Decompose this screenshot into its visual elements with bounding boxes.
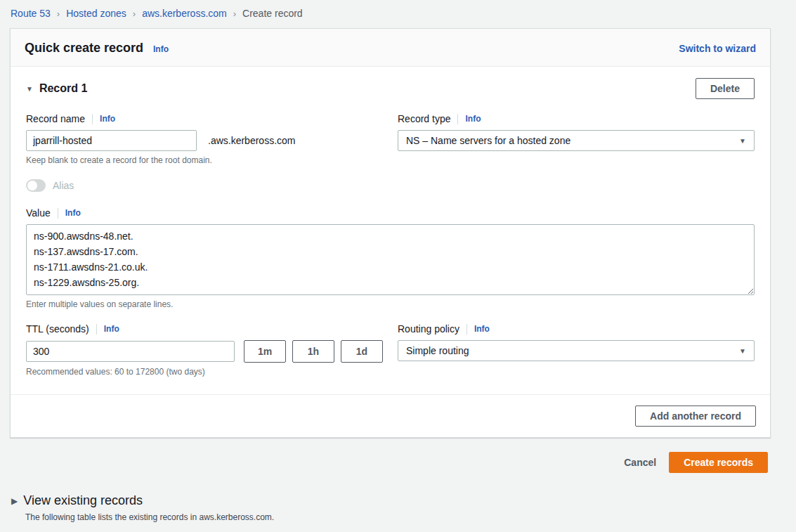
card-body: ▼ Record 1 Delete Record name Info .aws.… <box>11 67 770 377</box>
routing-policy-label: Routing policy <box>398 323 459 335</box>
label-divider <box>457 114 458 124</box>
label-divider <box>466 324 467 335</box>
record-name-field-group: Record name Info .aws.kerbeross.com Keep… <box>26 113 383 165</box>
record-type-field-group: Record type Info NS – Name servers for a… <box>398 113 755 165</box>
card-footer: Add another record <box>11 394 770 437</box>
record-type-select[interactable]: NS – Name servers for a hosted zone ▼ <box>398 130 755 151</box>
chevron-down-icon[interactable]: ▼ <box>26 85 33 93</box>
delete-button[interactable]: Delete <box>696 78 755 99</box>
record-name-info-link[interactable]: Info <box>100 114 115 124</box>
value-hint: Enter multiple values on separate lines. <box>26 299 755 309</box>
record-section-header: ▼ Record 1 Delete <box>26 78 755 99</box>
breadcrumb-current-page: Create record <box>242 8 303 19</box>
create-records-button[interactable]: Create records <box>669 452 768 473</box>
record-type-selected-value: NS – Name servers for a hosted zone <box>406 135 570 146</box>
chevron-down-icon: ▼ <box>739 137 746 145</box>
record-name-input[interactable] <box>26 130 197 151</box>
page-title: Quick create record <box>25 41 143 55</box>
value-info-link[interactable]: Info <box>65 208 81 218</box>
record-section-title: Record 1 <box>39 82 87 95</box>
switch-to-wizard-link[interactable]: Switch to wizard <box>679 43 756 54</box>
alias-label: Alias <box>53 180 74 191</box>
value-field-group: Value Info ns-900.awsdns-48.net. ns-137.… <box>26 207 755 309</box>
ttl-1d-button[interactable]: 1d <box>341 340 383 363</box>
routing-policy-select[interactable]: Simple routing ▼ <box>398 340 755 361</box>
alias-row: Alias <box>26 179 755 192</box>
value-label: Value <box>26 207 51 219</box>
label-divider <box>96 324 97 335</box>
ttl-input[interactable] <box>26 341 235 362</box>
page-actions: Cancel Create records <box>10 452 768 473</box>
routing-policy-field-group: Routing policy Info Simple routing ▼ <box>398 323 755 377</box>
toggle-knob <box>27 181 37 190</box>
routing-policy-info-link[interactable]: Info <box>474 324 490 334</box>
breadcrumb: Route 53 › Hosted zones › aws.kerbeross.… <box>0 0 796 25</box>
alias-toggle[interactable] <box>26 179 46 192</box>
title-info-link[interactable]: Info <box>153 44 169 54</box>
breadcrumb-hosted-zone-name[interactable]: aws.kerbeross.com <box>142 8 227 19</box>
ttl-1m-button[interactable]: 1m <box>244 340 286 363</box>
value-textarea[interactable]: ns-900.awsdns-48.net. ns-137.awsdns-17.c… <box>26 224 755 295</box>
record-disclosure[interactable]: ▼ Record 1 <box>26 82 87 95</box>
existing-records-description: The following table lists the existing r… <box>25 512 785 522</box>
record-type-info-link[interactable]: Info <box>465 114 481 124</box>
ttl-1h-button[interactable]: 1h <box>292 340 334 363</box>
ttl-field-group: TTL (seconds) Info 1m 1h 1d Recommended … <box>26 323 383 377</box>
label-divider <box>58 208 58 219</box>
breadcrumb-separator-icon: › <box>233 8 236 19</box>
record-name-hint: Keep blank to create a record for the ro… <box>26 155 383 165</box>
add-another-record-button[interactable]: Add another record <box>635 406 756 427</box>
ttl-info-link[interactable]: Info <box>104 324 119 334</box>
chevron-right-icon: ▶ <box>11 496 18 506</box>
existing-records-title: View existing records <box>23 493 143 508</box>
existing-records-expander[interactable]: ▶ View existing records <box>11 493 785 508</box>
label-divider <box>92 114 93 124</box>
breadcrumb-separator-icon: › <box>57 8 60 19</box>
breadcrumb-hosted-zones[interactable]: Hosted zones <box>66 8 126 19</box>
quick-create-record-card: Quick create record Info Switch to wizar… <box>10 28 771 438</box>
routing-policy-selected-value: Simple routing <box>406 345 469 356</box>
existing-records-section: ▶ View existing records The following ta… <box>11 493 785 522</box>
ttl-hint: Recommended values: 60 to 172800 (two da… <box>26 367 383 377</box>
breadcrumb-route53[interactable]: Route 53 <box>11 8 51 19</box>
chevron-down-icon: ▼ <box>739 347 746 355</box>
card-header: Quick create record Info Switch to wizar… <box>11 29 770 67</box>
cancel-button[interactable]: Cancel <box>621 452 659 473</box>
ttl-label: TTL (seconds) <box>26 323 89 335</box>
domain-suffix: .aws.kerbeross.com <box>208 135 295 146</box>
record-type-label: Record type <box>398 113 450 124</box>
breadcrumb-separator-icon: › <box>133 8 136 19</box>
record-name-label: Record name <box>26 113 85 124</box>
